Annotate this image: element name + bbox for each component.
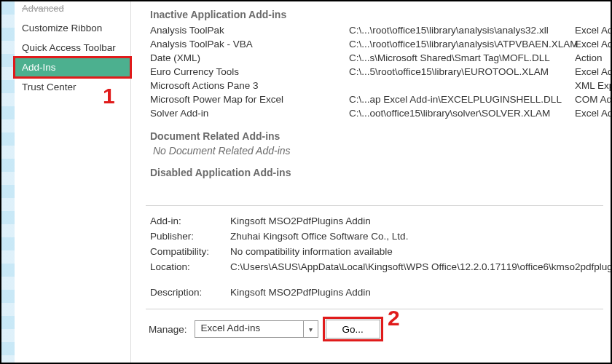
manage-combobox[interactable]: Excel Add-ins ▾ bbox=[195, 320, 318, 338]
manage-label: Manage: bbox=[149, 324, 187, 335]
detail-value-compat: No compatibility information available bbox=[230, 244, 603, 259]
addin-type: Excel Add-in bbox=[568, 106, 611, 120]
sidebar-item-add-ins[interactable]: Add-Ins bbox=[15, 58, 130, 77]
addin-location: C:\...ap Excel Add-in\EXCELPLUGINSHELL.D… bbox=[349, 92, 568, 106]
manage-bar: Manage: Excel Add-ins ▾ Go... bbox=[146, 309, 603, 339]
detail-label-location: Location: bbox=[150, 259, 230, 274]
addin-location bbox=[349, 79, 568, 92]
addin-type: Action bbox=[568, 51, 603, 65]
go-button[interactable]: Go... bbox=[326, 320, 380, 339]
addins-list-area[interactable]: Inactive Application Add-ins Analysis To… bbox=[131, 1, 611, 205]
addin-type: Excel Add-in bbox=[568, 23, 611, 37]
addin-name: Euro Currency Tools bbox=[150, 65, 349, 79]
addin-name: Date (XML) bbox=[150, 51, 349, 65]
detail-value-location: C:\Users\ASUS\AppData\Local\Kingsoft\WPS… bbox=[230, 259, 612, 274]
disabled-addins-header: Disabled Application Add-ins bbox=[150, 167, 603, 178]
inactive-addins-table: Analysis ToolPak C:\...\root\office15\li… bbox=[150, 23, 603, 120]
docrel-addins-header: Document Related Add-ins bbox=[150, 130, 603, 142]
addin-row[interactable]: Analysis ToolPak C:\...\root\office15\li… bbox=[150, 23, 603, 37]
sidebar-item-quick-access-toolbar[interactable]: Quick Access Toolbar bbox=[15, 38, 130, 58]
addin-details: Add-in: Kingsoft MSO2PdfPlugins Addin Pu… bbox=[146, 205, 603, 304]
addin-type: XML Expansion Pack bbox=[568, 79, 611, 92]
addins-pane: Inactive Application Add-ins Analysis To… bbox=[131, 1, 611, 363]
manage-selected: Excel Add-ins bbox=[195, 321, 303, 337]
addin-type: COM Add-in bbox=[568, 92, 611, 106]
addin-name: Analysis ToolPak bbox=[150, 23, 349, 37]
options-sidebar: Advanced Customize Ribbon Quick Access T… bbox=[15, 1, 131, 363]
addin-location: C:\...s\Microsoft Shared\Smart Tag\MOFL.… bbox=[349, 51, 568, 65]
addin-row[interactable]: Date (XML) C:\...s\Microsoft Shared\Smar… bbox=[150, 51, 603, 65]
addin-row[interactable]: Microsoft Power Map for Excel C:\...ap E… bbox=[150, 92, 603, 106]
addin-type: Excel Add-in bbox=[568, 37, 611, 51]
detail-label-publisher: Publisher: bbox=[150, 229, 230, 244]
detail-label-addin: Add-in: bbox=[150, 213, 230, 229]
addin-location: C:\...oot\office15\library\solver\SOLVER… bbox=[349, 106, 568, 120]
chevron-down-icon[interactable]: ▾ bbox=[303, 321, 318, 337]
detail-value-description: Kingsoft MSO2PdfPlugins Addin bbox=[230, 285, 603, 300]
sidebar-item-customize-ribbon[interactable]: Customize Ribbon bbox=[15, 18, 130, 38]
options-dialog: Advanced Customize Ribbon Quick Access T… bbox=[0, 0, 612, 364]
addin-row[interactable]: Analysis ToolPak - VBA C:\...\root\offic… bbox=[150, 37, 603, 51]
inactive-addins-header: Inactive Application Add-ins bbox=[150, 9, 603, 20]
docrel-none: No Document Related Add-ins bbox=[150, 145, 603, 157]
addin-name: Analysis ToolPak - VBA bbox=[150, 37, 349, 51]
addin-type: Excel Add-in bbox=[568, 65, 611, 79]
addin-row[interactable]: Euro Currency Tools C:\...5\root\office1… bbox=[150, 65, 603, 79]
detail-value-publisher: Zhuhai Kingsoft Office Software Co., Ltd… bbox=[230, 229, 603, 244]
sidebar-item-advanced[interactable]: Advanced bbox=[15, 3, 130, 18]
addin-row[interactable]: Solver Add-in C:\...oot\office15\library… bbox=[150, 106, 603, 120]
detail-label-compat: Compatibility: bbox=[150, 244, 230, 259]
addin-location: C:\...\root\office15\library\analysis\AT… bbox=[349, 37, 568, 51]
detail-label-description: Description: bbox=[150, 285, 230, 300]
addin-name: Microsoft Power Map for Excel bbox=[150, 92, 349, 106]
addin-name: Microsoft Actions Pane 3 bbox=[150, 79, 349, 92]
detail-value-addin: Kingsoft MSO2PdfPlugins Addin bbox=[230, 213, 603, 229]
sidebar-item-trust-center[interactable]: Trust Center bbox=[15, 77, 130, 97]
addin-name: Solver Add-in bbox=[150, 106, 349, 120]
addin-location: C:\...5\root\office15\library\EUROTOOL.X… bbox=[349, 65, 568, 79]
addin-location: C:\...\root\office15\library\analysis\an… bbox=[349, 23, 568, 37]
addin-row[interactable]: Microsoft Actions Pane 3 XML Expansion P… bbox=[150, 79, 603, 92]
